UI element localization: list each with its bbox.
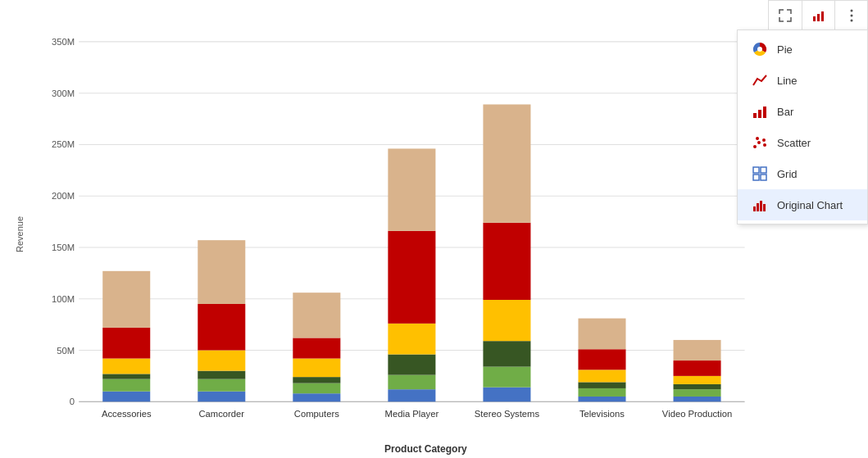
bar-Stereo Systems-2019[interactable] xyxy=(483,104,530,222)
bar-Video Production-2014[interactable] xyxy=(674,397,721,401)
bar-Camcorder-2019[interactable] xyxy=(198,240,245,304)
svg-point-10 xyxy=(753,145,757,148)
bar-Accessories-2017[interactable] xyxy=(102,359,150,374)
svg-rect-19 xyxy=(753,206,756,211)
bar-Stereo Systems-2018[interactable] xyxy=(483,223,530,300)
bar-Video Production-2019[interactable] xyxy=(674,340,721,361)
menu-item-original-label: Original Chart xyxy=(777,199,843,211)
bar-Computers-2018[interactable] xyxy=(293,338,340,358)
bar-Computers-2014[interactable] xyxy=(293,393,340,401)
menu-item-line[interactable]: Line xyxy=(738,65,867,96)
bar-Stereo Systems-2017[interactable] xyxy=(483,300,530,341)
bar-Camcorder-2015[interactable] xyxy=(198,379,245,392)
svg-rect-2 xyxy=(821,11,824,21)
svg-rect-20 xyxy=(757,203,759,211)
bar-Media Player-2018[interactable] xyxy=(388,231,435,324)
bar-Media Player-2019[interactable] xyxy=(388,148,435,230)
x-label-Media Player: Media Player xyxy=(385,409,439,419)
menu-item-original[interactable]: Original Chart xyxy=(738,189,867,220)
svg-point-14 xyxy=(763,143,766,147)
bar-Computers-2017[interactable] xyxy=(293,359,340,378)
toolbar xyxy=(768,0,868,31)
line-icon xyxy=(751,71,769,89)
expand-button[interactable] xyxy=(769,1,802,30)
x-label-Camcorder: Camcorder xyxy=(198,409,244,419)
svg-text:0: 0 xyxy=(70,397,75,406)
menu-item-pie-label: Pie xyxy=(777,43,793,56)
original-icon xyxy=(751,196,769,214)
svg-rect-9 xyxy=(763,107,766,118)
bar-chart: 050M100M150M200M250M300M350MAccessoriesC… xyxy=(33,29,761,447)
bar-Computers-2019[interactable] xyxy=(293,292,340,338)
bar-Media Player-2015[interactable] xyxy=(388,375,435,390)
svg-point-3 xyxy=(850,10,852,12)
bar-Stereo Systems-2015[interactable] xyxy=(483,367,530,388)
bar-Accessories-2014[interactable] xyxy=(102,392,150,402)
svg-point-12 xyxy=(756,137,759,140)
menu-item-grid[interactable]: Grid xyxy=(738,158,867,189)
svg-text:300M: 300M xyxy=(52,88,75,98)
dropdown-menu: Pie Line Bar xyxy=(737,29,868,224)
bar-Camcorder-2017[interactable] xyxy=(198,350,245,370)
bar-Video Production-2017[interactable] xyxy=(674,376,721,384)
x-label-Televisions: Televisions xyxy=(579,409,625,419)
menu-item-scatter-label: Scatter xyxy=(777,137,811,149)
bar-icon xyxy=(751,102,769,120)
menu-item-grid-label: Grid xyxy=(777,168,798,180)
bar-Stereo Systems-2016[interactable] xyxy=(483,341,530,366)
svg-rect-1 xyxy=(817,14,820,21)
x-axis-label: Product Category xyxy=(384,443,467,455)
bar-Accessories-2018[interactable] xyxy=(102,328,150,359)
svg-text:150M: 150M xyxy=(52,243,75,252)
menu-item-scatter[interactable]: Scatter xyxy=(738,127,867,158)
x-label-Computers: Computers xyxy=(294,409,339,419)
bar-Camcorder-2018[interactable] xyxy=(198,304,245,350)
svg-rect-22 xyxy=(763,204,766,211)
bar-Televisions-2018[interactable] xyxy=(578,349,625,370)
bar-Camcorder-2016[interactable] xyxy=(198,371,245,379)
bar-Media Player-2014[interactable] xyxy=(388,389,435,401)
bar-Video Production-2018[interactable] xyxy=(674,361,721,376)
bar-Camcorder-2014[interactable] xyxy=(198,392,245,402)
y-axis-label: Revenue xyxy=(15,216,25,252)
svg-rect-17 xyxy=(753,175,759,180)
grid-icon xyxy=(751,165,769,183)
bar-Video Production-2015[interactable] xyxy=(674,389,721,397)
bar-Accessories-2016[interactable] xyxy=(102,374,150,379)
bar-Televisions-2016[interactable] xyxy=(578,382,625,388)
pie-icon xyxy=(751,40,769,58)
bar-Media Player-2017[interactable] xyxy=(388,324,435,355)
svg-text:100M: 100M xyxy=(52,294,75,304)
bar-Media Player-2016[interactable] xyxy=(388,355,435,375)
bar-Computers-2016[interactable] xyxy=(293,377,340,383)
menu-item-bar[interactable]: Bar xyxy=(738,96,867,127)
bar-Stereo Systems-2014[interactable] xyxy=(483,388,530,402)
bar-Televisions-2017[interactable] xyxy=(578,370,625,382)
bar-Televisions-2015[interactable] xyxy=(578,388,625,397)
svg-point-4 xyxy=(850,15,852,17)
svg-rect-18 xyxy=(761,175,766,180)
svg-text:200M: 200M xyxy=(52,191,75,201)
svg-rect-15 xyxy=(753,167,759,173)
svg-text:250M: 250M xyxy=(52,139,75,149)
x-label-Video Production: Video Production xyxy=(662,409,732,419)
chart-container: Pie Line Bar xyxy=(0,0,868,458)
svg-text:50M: 50M xyxy=(57,346,75,356)
bar-Computers-2015[interactable] xyxy=(293,383,340,394)
svg-rect-7 xyxy=(753,113,757,118)
menu-item-bar-label: Bar xyxy=(777,106,793,118)
bar-Televisions-2014[interactable] xyxy=(578,397,625,401)
svg-point-6 xyxy=(757,47,762,52)
svg-point-5 xyxy=(850,20,852,22)
svg-point-11 xyxy=(757,141,761,144)
bar-Video Production-2016[interactable] xyxy=(674,384,721,389)
bar-Accessories-2015[interactable] xyxy=(102,379,150,392)
menu-item-pie[interactable]: Pie xyxy=(738,34,867,65)
svg-rect-0 xyxy=(813,16,816,21)
bar-Televisions-2019[interactable] xyxy=(578,319,625,350)
more-options-button[interactable] xyxy=(834,1,867,30)
svg-rect-16 xyxy=(761,167,766,173)
bar-Accessories-2019[interactable] xyxy=(102,271,150,328)
chart-type-button[interactable] xyxy=(802,1,834,30)
svg-rect-8 xyxy=(758,110,761,118)
